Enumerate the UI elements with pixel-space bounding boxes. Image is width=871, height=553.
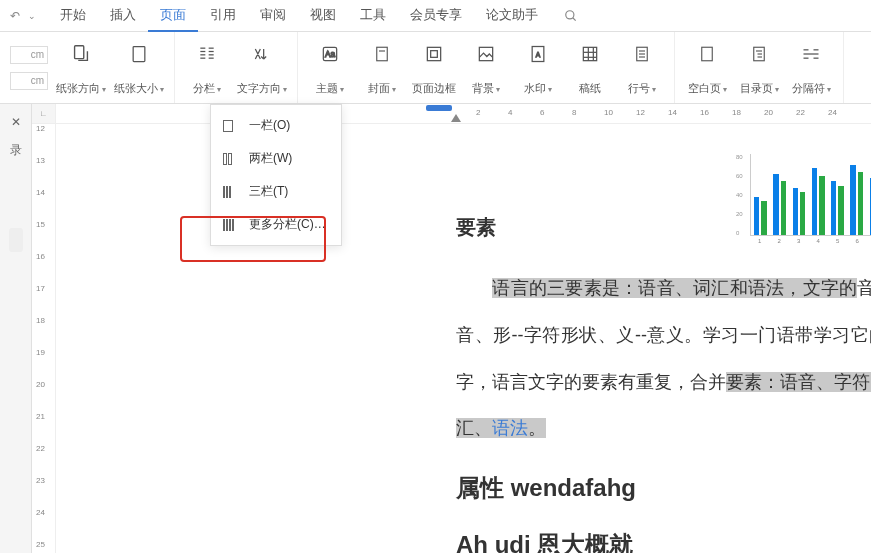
columns-option-icon (223, 219, 239, 231)
border-icon (424, 40, 444, 68)
draft-button[interactable]: 稿纸 (568, 40, 612, 96)
orientation-label: 纸张方向 (56, 82, 100, 94)
svg-rect-21 (583, 47, 596, 60)
chart-bar (773, 174, 778, 235)
layout-group: 分栏▾ 文字方向▾ (175, 32, 298, 103)
blank-icon (698, 40, 716, 68)
vertical-ruler: ∟ 1213141516171819202122232425 (32, 104, 56, 553)
document-viewport[interactable]: 24681012141618202224 806040200 12345678 … (56, 104, 871, 553)
lineno-button[interactable]: 行号▾ (620, 40, 664, 96)
vruler-tick: 17 (36, 284, 45, 293)
columns-icon (197, 40, 217, 68)
hruler-tick: 8 (572, 108, 576, 117)
columns-menu-item-1[interactable]: 两栏(W) (211, 142, 341, 175)
doc-paragraph[interactable]: 语言的三要素是：语音、词汇和语法，文字的音--语音、形--字符形状、义--意义。… (456, 265, 871, 452)
cover-button[interactable]: 封面▾ (360, 40, 404, 96)
svg-point-0 (566, 10, 574, 18)
quick-access-toolbar: ↶ ⌄ (10, 9, 36, 23)
paper-size-label: 纸张大小 (114, 82, 158, 94)
undo-icon[interactable]: ↶ (10, 9, 20, 23)
vruler-tick: 25 (36, 540, 45, 549)
menu-tab-6[interactable]: 工具 (348, 0, 398, 32)
columns-menu-item-3[interactable]: 更多分栏(C)… (211, 208, 341, 241)
side-panel: ✕ 录 (0, 104, 32, 553)
svg-rect-18 (479, 47, 492, 60)
columns-button[interactable]: 分栏▾ (185, 40, 229, 96)
vruler-tick: 19 (36, 348, 45, 357)
margin-top-input[interactable] (10, 46, 48, 64)
svg-rect-16 (427, 47, 440, 60)
vruler-tick: 14 (36, 188, 45, 197)
vruler-tick: 24 (36, 508, 45, 517)
columns-menu-item-2[interactable]: 三栏(T) (211, 175, 341, 208)
menu-tab-3[interactable]: 引用 (198, 0, 248, 32)
paper-size-button[interactable]: 纸张大小▾ (114, 40, 164, 96)
main-menu-bar: ↶ ⌄ 开始插入页面引用审阅视图工具会员专享论文助手 (0, 0, 871, 32)
bg-icon (476, 40, 496, 68)
watermark-icon: A (528, 40, 548, 68)
toc-button[interactable]: 目录页▾ (737, 40, 781, 96)
hyperlink-text[interactable]: 语法 (492, 418, 528, 438)
hruler-tick: 10 (604, 108, 613, 117)
menu-tab-0[interactable]: 开始 (48, 0, 98, 32)
menu-tab-7[interactable]: 会员专享 (398, 0, 474, 32)
sep-icon (800, 40, 822, 68)
sep-button[interactable]: 分隔符▾ (789, 40, 833, 96)
vruler-tick: 13 (36, 156, 45, 165)
menu-tab-1[interactable]: 插入 (98, 0, 148, 32)
svg-text:Aa: Aa (325, 49, 336, 59)
menu-tab-8[interactable]: 论文助手 (474, 0, 550, 32)
ruler-corner: ∟ (32, 104, 55, 124)
vruler-tick: 15 (36, 220, 45, 229)
chart-bar (850, 165, 855, 235)
close-panel-icon[interactable]: ✕ (6, 112, 26, 132)
columns-dropdown: 一栏(O)两栏(W)三栏(T)更多分栏(C)… (210, 104, 342, 246)
vruler-tick: 20 (36, 380, 45, 389)
svg-line-1 (573, 17, 576, 20)
panel-placeholder[interactable] (9, 228, 23, 252)
text-direction-button[interactable]: 文字方向▾ (237, 40, 287, 96)
cover-icon (373, 40, 391, 68)
columns-option-icon (223, 153, 239, 165)
record-panel-button[interactable]: 录 (6, 140, 26, 160)
hruler-tick: 4 (508, 108, 512, 117)
border-button[interactable]: 页面边框 (412, 40, 456, 96)
orientation-button[interactable]: 纸张方向▾ (56, 40, 106, 96)
vruler-tick: 22 (36, 444, 45, 453)
hruler-tick: 12 (636, 108, 645, 117)
hruler-tick: 22 (796, 108, 805, 117)
menu-tabs: 开始插入页面引用审阅视图工具会员专享论文助手 (48, 0, 550, 32)
search-icon[interactable] (564, 9, 578, 23)
columns-option-icon (223, 186, 239, 198)
svg-text:A: A (536, 50, 541, 57)
chart-bar (838, 186, 843, 236)
menu-tab-5[interactable]: 视图 (298, 0, 348, 32)
menu-tab-4[interactable]: 审阅 (248, 0, 298, 32)
margin-bottom-input[interactable] (10, 72, 48, 90)
vruler-tick: 18 (36, 316, 45, 325)
menu-tab-2[interactable]: 页面 (148, 0, 198, 32)
theme-icon: Aa (320, 40, 340, 68)
vruler-tick: 23 (36, 476, 45, 485)
chart-bar (754, 197, 759, 235)
ruler-indent-marker[interactable] (451, 114, 461, 122)
svg-rect-30 (702, 47, 713, 61)
theme-button[interactable]: Aa主题▾ (308, 40, 352, 96)
bg-button[interactable]: 背景▾ (464, 40, 508, 96)
chart-bar (781, 181, 786, 235)
embedded-chart[interactable]: 806040200 12345678 (736, 154, 871, 246)
hruler-tick: 24 (828, 108, 837, 117)
watermark-button[interactable]: A水印▾ (516, 40, 560, 96)
margin-group: 纸张方向▾ 纸张大小▾ (0, 32, 175, 103)
chart-bar (800, 192, 805, 235)
chart-bar (761, 201, 766, 235)
qat-dropdown-icon[interactable]: ⌄ (28, 11, 36, 21)
page-ops-group: 空白页▾目录页▾分隔符▾ (675, 32, 844, 103)
columns-menu-item-0[interactable]: 一栏(O) (211, 109, 341, 142)
columns-label: 分栏 (193, 82, 215, 94)
content-area: ✕ 录 ∟ 1213141516171819202122232425 24681… (0, 104, 871, 553)
hruler-tick: 2 (476, 108, 480, 117)
blank-button[interactable]: 空白页▾ (685, 40, 729, 96)
chart-bar (819, 176, 824, 235)
chart-bar (812, 168, 817, 235)
